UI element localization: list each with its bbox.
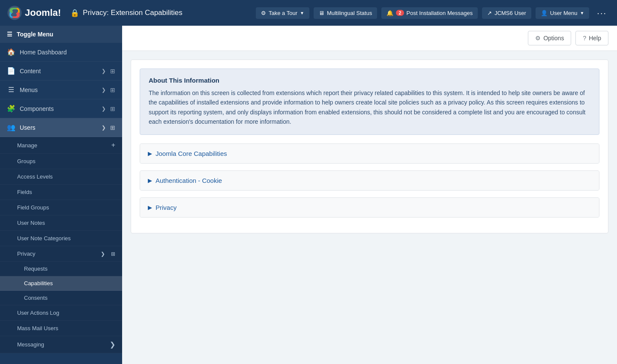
logo-text: Joomla! (25, 7, 61, 18)
help-icon: ? (583, 35, 586, 42)
options-button[interactable]: ⚙ Options (528, 31, 571, 45)
gear-icon: ⚙ (535, 35, 541, 42)
info-box-title: About This Information (149, 77, 590, 84)
lock-icon: 🔒 (70, 9, 79, 18)
info-box: About This Information The information o… (140, 69, 599, 135)
chevron-down-icon: ❯ (102, 125, 106, 131)
collapsible-auth-cookie: ▶ Authentication - Cookie (140, 170, 599, 191)
users-submenu: Manage + Groups Access Levels Fields Fie… (0, 137, 122, 353)
more-options-button[interactable]: ··· (593, 6, 610, 20)
grid-icon: ⊞ (110, 68, 115, 75)
notification-badge: 2 (396, 10, 404, 16)
logo[interactable]: Joomla! (7, 5, 61, 21)
chevron-right-icon: ❯ (102, 87, 106, 93)
collapsible-privacy-header[interactable]: ▶ Privacy (140, 198, 599, 217)
users-icon: 👥 (7, 123, 15, 131)
sidebar-item-content[interactable]: 📄 Content ❯ ⊞ (0, 62, 122, 81)
content-icon: 📄 (7, 67, 15, 75)
sidebar-sub-manage[interactable]: Manage + (0, 137, 122, 154)
bell-icon: 🔔 (386, 10, 393, 16)
take-a-tour-button[interactable]: ⚙ Take a Tour ▼ (256, 7, 309, 19)
content-card: About This Information The information o… (131, 60, 608, 233)
collapsible-privacy-title: Privacy (156, 204, 177, 211)
sidebar-sub-field-groups[interactable]: Field Groups (0, 200, 122, 215)
layout: ☰ Toggle Menu 🏠 Home Dashboard 📄 Content… (0, 26, 617, 364)
add-icon: + (111, 141, 115, 149)
sidebar-item-components[interactable]: 🧩 Components ❯ ⊞ (0, 99, 122, 118)
grid-icon: ⊞ (110, 87, 115, 93)
page-title-topbar: 🔒 Privacy: Extension Capabilities (70, 9, 182, 18)
sidebar-item-menus[interactable]: ☰ Menus ❯ ⊞ (0, 81, 122, 99)
triangle-right-icon: ▶ (148, 177, 152, 184)
user-icon: 👤 (541, 10, 548, 16)
chevron-down-icon: ▼ (580, 11, 584, 15)
collapsible-joomla-core-title: Joomla Core Capabilities (156, 150, 227, 157)
multilingual-status-button[interactable]: 🖥 Multilingual Status (314, 7, 377, 19)
collapsible-joomla-core: ▶ Joomla Core Capabilities (140, 143, 599, 164)
external-link-icon: ↗ (487, 10, 492, 16)
tour-icon: ⚙ (261, 10, 266, 16)
sidebar-sub-user-actions-log[interactable]: User Actions Log (0, 305, 122, 321)
sidebar-sub-messaging[interactable]: Messaging ❯ (0, 336, 122, 353)
components-icon: 🧩 (7, 104, 15, 113)
chevron-down-icon: ▼ (300, 11, 304, 15)
sidebar-deep-requests[interactable]: Requests (0, 262, 122, 276)
topbar: Joomla! 🔒 Privacy: Extension Capabilitie… (0, 0, 617, 26)
grid-icon: ⊞ (110, 124, 115, 131)
grid-icon: ⊞ (110, 105, 115, 112)
sidebar-sub-privacy[interactable]: Privacy ❯ ⊞ (0, 246, 122, 262)
sidebar: ☰ Toggle Menu 🏠 Home Dashboard 📄 Content… (0, 26, 122, 364)
sidebar-sub-user-note-categories[interactable]: User Note Categories (0, 231, 122, 246)
info-box-text: The information on this screen is collec… (149, 88, 590, 127)
help-button[interactable]: ? Help (575, 31, 608, 45)
collapsible-auth-cookie-header[interactable]: ▶ Authentication - Cookie (140, 171, 599, 190)
collapsible-auth-cookie-title: Authentication - Cookie (156, 177, 222, 184)
content-area: About This Information The information o… (122, 51, 617, 364)
grid-icon: ⊞ (111, 251, 115, 257)
sidebar-sub-access-levels[interactable]: Access Levels (0, 169, 122, 185)
menus-icon: ☰ (7, 86, 15, 94)
post-installation-button[interactable]: 🔔 2 Post Installation Messages (381, 7, 478, 19)
sidebar-sub-mass-mail-users[interactable]: Mass Mail Users (0, 321, 122, 336)
chevron-right-icon: ❯ (102, 106, 106, 112)
main-content: ⚙ Options ? Help About This Information … (122, 26, 617, 364)
sidebar-sub-groups[interactable]: Groups (0, 154, 122, 169)
collapsible-joomla-core-header[interactable]: ▶ Joomla Core Capabilities (140, 144, 599, 163)
sidebar-sub-user-notes[interactable]: User Notes (0, 215, 122, 231)
triangle-right-icon: ▶ (148, 150, 152, 157)
sidebar-deep-consents[interactable]: Consents (0, 291, 122, 305)
sidebar-deep-capabilities[interactable]: Capabilities (0, 276, 122, 291)
triangle-right-icon: ▶ (148, 204, 152, 211)
chevron-right-icon: ❯ (110, 340, 115, 349)
user-menu-button[interactable]: 👤 User Menu ▼ (536, 7, 589, 19)
home-icon: 🏠 (7, 48, 15, 56)
sidebar-item-home[interactable]: 🏠 Home Dashboard (0, 43, 122, 62)
chevron-down-icon: ❯ (101, 251, 105, 257)
hamburger-icon: ☰ (7, 31, 12, 38)
toolbar: ⚙ Options ? Help (122, 26, 617, 51)
toggle-menu-button[interactable]: ☰ Toggle Menu (0, 26, 122, 43)
collapsible-privacy: ▶ Privacy (140, 197, 599, 218)
sidebar-item-users[interactable]: 👥 Users ❯ ⊞ (0, 118, 122, 137)
chevron-right-icon: ❯ (102, 68, 106, 74)
multilingual-icon: 🖥 (319, 10, 324, 16)
sidebar-sub-fields[interactable]: Fields (0, 185, 122, 200)
jcms-user-button[interactable]: ↗ JCMS6 User (482, 7, 531, 19)
